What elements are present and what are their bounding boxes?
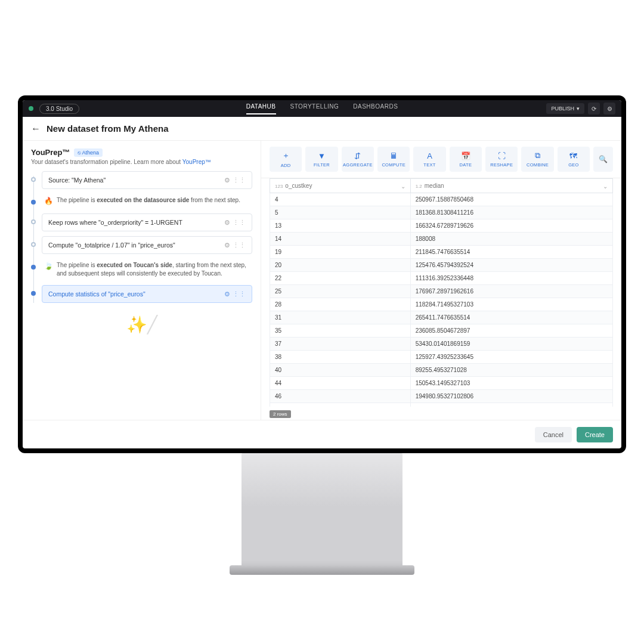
cell-median: 176967.28971962616 bbox=[410, 285, 612, 298]
cell-median: 236085.8504672897 bbox=[410, 324, 612, 338]
connector-icon: ⎋ bbox=[78, 150, 80, 156]
tool-geo[interactable]: 🗺GEO bbox=[558, 147, 590, 172]
step-source: Source: "My Athena" ⚙ ⋮⋮ bbox=[31, 171, 252, 189]
cancel-button[interactable]: Cancel bbox=[535, 427, 572, 442]
table-row[interactable]: 38125927.43925233645 bbox=[270, 351, 613, 364]
step-source-box[interactable]: Source: "My Athena" ⚙ ⋮⋮ bbox=[42, 171, 252, 189]
cell-custkey: 28 bbox=[270, 298, 411, 311]
youprep-link[interactable]: YouPrep™ bbox=[182, 159, 211, 165]
pipeline-steps: Source: "My Athena" ⚙ ⋮⋮ 🔥 The bbox=[31, 171, 252, 303]
cell-custkey: 49 bbox=[270, 403, 411, 407]
combine-icon: ⧉ bbox=[535, 151, 540, 160]
table-row[interactable]: 35236085.8504672897 bbox=[270, 324, 613, 338]
tool-reshape[interactable]: ⛶RESHAPE bbox=[485, 147, 518, 172]
tool-filter[interactable]: ▼FILTER bbox=[305, 147, 338, 172]
table-row[interactable]: 46194980.95327102806 bbox=[270, 390, 613, 403]
column-header-median[interactable]: 1.2median ⌄ bbox=[410, 179, 612, 193]
type-tag: 123 bbox=[275, 184, 283, 189]
drag-handle-icon[interactable]: ⋮⋮ bbox=[233, 290, 246, 298]
leaf-icon: 🍃 bbox=[44, 261, 53, 271]
step-statistics-label: Compute statistics of "price_euros" bbox=[48, 290, 145, 298]
table-row[interactable]: 44150543.1495327103 bbox=[270, 377, 613, 390]
cell-custkey: 4 bbox=[270, 193, 411, 206]
table-row[interactable]: 4089255.4953271028 bbox=[270, 364, 613, 377]
step-statistics-box[interactable]: Compute statistics of "price_euros" ⚙ ⋮⋮ bbox=[42, 285, 252, 303]
youprep-title: YouPrep™ ⎋ Athena bbox=[31, 148, 103, 157]
step-filter-box[interactable]: Keep rows where "o_orderpriority" = 1-UR… bbox=[42, 213, 252, 231]
gear-icon[interactable]: ⚙ bbox=[224, 290, 230, 298]
nav-dashboards[interactable]: DASHBOARDS bbox=[353, 103, 398, 114]
step-dot-icon bbox=[31, 219, 36, 224]
drag-handle-icon[interactable]: ⋮⋮ bbox=[233, 242, 246, 249]
transform-toolbar: ＋ADD ▼FILTER ⇵AGGREGATE 🖩COMPUTE ATEXT 📅… bbox=[261, 141, 621, 178]
publish-button[interactable]: PUBLISH ▾ bbox=[546, 103, 584, 114]
page-title: New dataset from My Athena bbox=[47, 123, 169, 134]
footer-bar: Cancel Create bbox=[23, 420, 621, 448]
back-arrow-icon[interactable]: ← bbox=[31, 123, 41, 134]
cell-custkey: 20 bbox=[270, 259, 411, 272]
note-text: The pipeline is executed on the datasour… bbox=[57, 196, 240, 205]
athena-badge: ⎋ Athena bbox=[74, 148, 103, 157]
table-row[interactable]: 22111316.39252336448 bbox=[270, 272, 613, 285]
chevron-down-icon[interactable]: ⌄ bbox=[401, 183, 405, 190]
cell-custkey: 22 bbox=[270, 272, 411, 285]
cell-custkey: 44 bbox=[270, 377, 411, 390]
table-row[interactable]: 13166324.67289719626 bbox=[270, 219, 613, 233]
aggregate-icon: ⇵ bbox=[354, 151, 361, 160]
tool-add[interactable]: ＋ADD bbox=[270, 147, 302, 172]
funnel-icon: ▼ bbox=[318, 151, 326, 160]
monitor-stand-base bbox=[230, 565, 414, 575]
note-text: The pipeline is executed on Toucan's sid… bbox=[57, 261, 252, 278]
step-filter: Keep rows where "o_orderpriority" = 1-UR… bbox=[31, 213, 252, 231]
table-row[interactable]: 49105994.8738317757 bbox=[270, 403, 613, 407]
create-button[interactable]: Create bbox=[577, 427, 613, 442]
youprep-label: YouPrep™ bbox=[31, 148, 70, 157]
tool-date[interactable]: 📅DATE bbox=[450, 147, 482, 172]
table-row[interactable]: 20125476.45794392524 bbox=[270, 259, 613, 272]
cell-custkey: 13 bbox=[270, 219, 411, 233]
tool-text[interactable]: ATEXT bbox=[413, 147, 445, 172]
cell-median: 53430.01401869159 bbox=[410, 338, 612, 351]
table-row[interactable]: 31265411.7476635514 bbox=[270, 311, 613, 324]
nav-storytelling[interactable]: STORYTELLING bbox=[290, 103, 339, 114]
rows-count-badge: 2 rows bbox=[270, 410, 291, 418]
drag-handle-icon[interactable]: ⋮⋮ bbox=[233, 177, 246, 184]
app-topbar: 3.0 Studio DATAHUB STORYTELLING DASHBOAR… bbox=[23, 100, 621, 117]
type-tag: 1.2 bbox=[416, 184, 422, 189]
search-button[interactable]: 🔍 bbox=[593, 147, 613, 172]
table-row[interactable]: 3753430.01401869159 bbox=[270, 338, 613, 351]
tool-combine[interactable]: ⧉COMBINE bbox=[521, 147, 553, 172]
table-row[interactable]: 19211845.7476635514 bbox=[270, 246, 613, 259]
table-row[interactable]: 28118284.71495327103 bbox=[270, 298, 613, 311]
cell-median: 125927.43925233645 bbox=[410, 351, 612, 364]
gear-icon[interactable]: ⚙ bbox=[224, 219, 230, 226]
table-row[interactable]: 5181368.81308411216 bbox=[270, 206, 613, 219]
refresh-icon[interactable]: ⟳ bbox=[588, 103, 600, 114]
step-compute-box[interactable]: Compute "o_totalprice / 1.07" in "price_… bbox=[42, 236, 252, 254]
tool-aggregate[interactable]: ⇵AGGREGATE bbox=[342, 147, 374, 172]
chevron-down-icon[interactable]: ⌄ bbox=[603, 183, 608, 190]
search-icon: 🔍 bbox=[599, 155, 608, 163]
nav-datahub[interactable]: DATAHUB bbox=[246, 103, 276, 114]
geo-icon: 🗺 bbox=[569, 151, 577, 160]
column-header-custkey[interactable]: 123o_custkey ⌄ bbox=[270, 179, 411, 193]
table-row[interactable]: 14188008 bbox=[270, 233, 613, 246]
cell-custkey: 38 bbox=[270, 351, 411, 364]
data-table-wrapper[interactable]: 123o_custkey ⌄ 1.2median ⌄ 4250967.15887… bbox=[261, 178, 621, 407]
magic-wand-icon: ✨╱ bbox=[31, 315, 252, 335]
pipeline-panel: YouPrep™ ⎋ Athena Your dataset's transfo… bbox=[23, 141, 261, 420]
calendar-icon: 📅 bbox=[461, 151, 470, 160]
tool-compute[interactable]: 🖩COMPUTE bbox=[377, 147, 410, 172]
table-row[interactable]: 25176967.28971962616 bbox=[270, 285, 613, 298]
table-row[interactable]: 4250967.15887850468 bbox=[270, 193, 613, 206]
gear-icon[interactable]: ⚙ bbox=[603, 103, 615, 114]
preview-panel: ＋ADD ▼FILTER ⇵AGGREGATE 🖩COMPUTE ATEXT 📅… bbox=[261, 141, 621, 420]
cell-median: 181368.81308411216 bbox=[410, 206, 612, 219]
drag-handle-icon[interactable]: ⋮⋮ bbox=[233, 219, 246, 226]
studio-badge[interactable]: 3.0 Studio bbox=[39, 104, 79, 114]
gear-icon[interactable]: ⚙ bbox=[224, 177, 230, 184]
gear-icon[interactable]: ⚙ bbox=[224, 242, 230, 249]
cell-median: 105994.8738317757 bbox=[410, 403, 612, 407]
pipeline-subtitle: Your dataset's transformation pipeline. … bbox=[31, 159, 252, 165]
step-dot-icon bbox=[31, 265, 36, 270]
